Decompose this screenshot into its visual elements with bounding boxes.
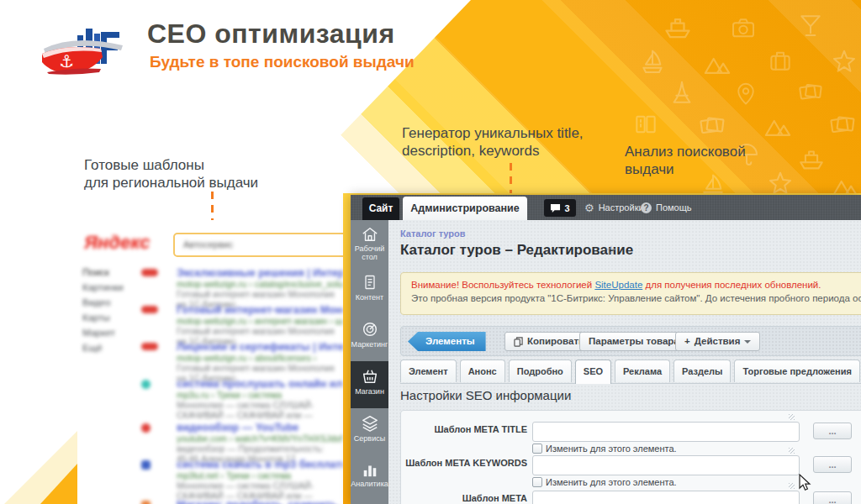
copy-icon bbox=[514, 337, 523, 347]
tab-offers[interactable]: Торговые предложения bbox=[734, 360, 859, 382]
meta-keywords-more-button[interactable]: ... bbox=[813, 456, 852, 473]
checkbox-label: Изменить для этого элемента. bbox=[546, 444, 677, 454]
back-to-elements-button[interactable]: Элементы bbox=[408, 332, 486, 351]
copy-button-label: Копировать bbox=[527, 333, 584, 350]
meta-title-textarea[interactable] bbox=[532, 422, 800, 442]
search-result[interactable]: система прослушать онлайн или скачать… m… bbox=[141, 378, 343, 420]
help-label: Помощь bbox=[656, 202, 692, 213]
yandex-nav-images[interactable]: Картинки bbox=[82, 282, 124, 292]
search-result[interactable]: Лицензии и сертификаты | Интернет-магази… bbox=[141, 341, 343, 383]
annotation-templates-line1: Готовые шаблоны bbox=[84, 156, 258, 174]
warning-line1: Внимание! Воспользуйтесь технологией Sit… bbox=[411, 278, 861, 291]
result-title[interactable]: видеообзор — YouTube bbox=[177, 422, 343, 433]
ship-icon bbox=[663, 12, 693, 42]
checkbox-label: Изменить для этого элемента. bbox=[546, 477, 677, 487]
sidebar-item-analytics[interactable]: Аналитика bbox=[351, 455, 388, 502]
search-result[interactable]: система скачать в mp3 бесплатно на Mp3Tu… bbox=[141, 459, 343, 501]
annotation-generator: Генератор уникальных title, description,… bbox=[402, 124, 584, 160]
bitrix-admin-window: Сайт Администрирование 3 ⚙ Настройки ? П… bbox=[351, 195, 861, 504]
sidebar-item-marketing[interactable]: Маркетинг bbox=[351, 314, 388, 361]
annotation-templates: Готовые шаблоны для региональной выдачи bbox=[84, 156, 258, 192]
meta-title-more-button[interactable]: ... bbox=[813, 423, 852, 439]
annotation-generator-line2: description, keywords bbox=[402, 142, 584, 160]
tab-sections[interactable]: Разделы bbox=[673, 360, 731, 382]
tab-ads[interactable]: Реклама bbox=[615, 360, 670, 382]
result-url: youtube.com › watch?v=KfdVYnTHXSJdsf › bbox=[177, 433, 343, 444]
breadcrumb[interactable]: Каталог туров bbox=[400, 228, 466, 239]
result-title[interactable]: Эксклюзивные решения | Интернет-магазин … bbox=[177, 267, 343, 279]
tab-announce[interactable]: Анонс bbox=[460, 360, 505, 382]
sidebar-item-services[interactable]: Сервисы bbox=[351, 408, 388, 455]
meta-keywords-textarea[interactable] bbox=[532, 455, 800, 475]
yandex-nav-maps[interactable]: Карты bbox=[82, 312, 124, 323]
sailboat-icon bbox=[639, 49, 666, 76]
yandex-nav-more[interactable]: Ещё bbox=[82, 343, 124, 353]
settings-button[interactable]: ⚙ Настройки bbox=[584, 195, 644, 220]
settings-label: Настройки bbox=[599, 202, 644, 213]
result-title[interactable]: система скачать в mp3 бесплатно на Mp3Tu… bbox=[177, 459, 343, 470]
tab-administration[interactable]: Администрирование bbox=[403, 197, 527, 220]
tab-site[interactable]: Сайт bbox=[362, 197, 399, 220]
suitcase-icon bbox=[767, 47, 794, 74]
ad-badge bbox=[141, 269, 158, 276]
plus-icon: + bbox=[684, 333, 690, 350]
tab-seo[interactable]: SEO bbox=[575, 360, 611, 384]
resize-handle-icon[interactable] bbox=[789, 483, 795, 489]
sidebar-item-label: Магазин bbox=[351, 387, 388, 396]
meta-keywords-label: Шаблон META KEYWORDS bbox=[401, 458, 527, 468]
favorite-star-icon[interactable]: ☆ bbox=[605, 243, 616, 258]
site-favicon bbox=[141, 460, 151, 470]
sidebar-item-label: Аналитика bbox=[351, 480, 388, 488]
camel-icon bbox=[763, 113, 792, 141]
yandex-search-input[interactable]: Автосервис bbox=[173, 233, 345, 257]
home-icon bbox=[361, 226, 379, 243]
meta-description-label: Шаблон META DESCRIPTION bbox=[401, 493, 527, 504]
meta-title-override-row: Изменить для этого элемента. bbox=[532, 444, 677, 454]
dolphin-icon bbox=[797, 79, 824, 106]
checkbox[interactable] bbox=[532, 444, 542, 454]
tab-element[interactable]: Элемент bbox=[400, 360, 457, 382]
notification-count: 3 bbox=[564, 203, 569, 213]
meta-description-more-button[interactable]: ... bbox=[813, 491, 852, 504]
help-icon: ? bbox=[641, 202, 652, 213]
search-result[interactable]: видеообзор — YouTube youtube.com › watch… bbox=[141, 422, 343, 464]
target-icon bbox=[361, 320, 379, 339]
result-title[interactable]: Магазин: подобрать, сравнить, скачать и … bbox=[177, 499, 343, 504]
siteupdate-link[interactable]: SiteUpdate bbox=[594, 280, 642, 290]
sidebar-item-label: Сервисы bbox=[351, 434, 388, 443]
sidebar-item-content[interactable]: Контент bbox=[351, 267, 388, 314]
yandex-nav-market[interactable]: Маркет bbox=[82, 328, 124, 338]
warning-line1-suffix: для получения последних обновлений. bbox=[642, 280, 821, 290]
checkbox[interactable] bbox=[532, 477, 542, 487]
resize-handle-icon[interactable] bbox=[789, 448, 795, 454]
result-title[interactable]: Лицензии и сертификаты | Интернет-магази… bbox=[177, 341, 343, 353]
page-subtitle: Будьте в топе поисковой выдачи bbox=[150, 53, 415, 71]
yandex-nav-video[interactable]: Видео bbox=[82, 297, 124, 307]
tab-details[interactable]: Подробно bbox=[509, 360, 572, 382]
result-title[interactable]: Готовый интернет-магазин Монополия на 1С… bbox=[177, 304, 343, 316]
site-favicon bbox=[141, 423, 151, 433]
sidebar-item-desktop[interactable]: Рабочий стол bbox=[351, 220, 388, 267]
annotation-analysis-line2: выдачи bbox=[625, 160, 746, 178]
ship-icon bbox=[797, 144, 826, 173]
yandex-nav-search[interactable]: Поиск bbox=[82, 267, 124, 277]
sidebar-item-shop[interactable]: Магазин bbox=[351, 361, 388, 408]
resize-handle-icon[interactable] bbox=[789, 414, 795, 420]
help-button[interactable]: ? Помощь bbox=[641, 195, 692, 220]
warning-line2: Это пробная версия продукта "1С-Битрикс:… bbox=[411, 291, 861, 305]
ad-badge bbox=[141, 343, 158, 350]
notifications-button[interactable]: 3 bbox=[544, 199, 576, 217]
product-params-label: Параметры товара bbox=[589, 333, 679, 350]
search-result[interactable]: Эксклюзивные решения | Интернет-магазин … bbox=[141, 267, 343, 309]
sidebar-item-label: Рабочий стол bbox=[351, 244, 388, 261]
actions-button[interactable]: + Действия bbox=[675, 332, 760, 351]
sidebar-item-label: Маркетинг bbox=[351, 340, 388, 349]
admin-content: Каталог туров Каталог туров – Редактиров… bbox=[388, 220, 861, 504]
result-title[interactable]: система прослушать онлайн или скачать… bbox=[177, 378, 343, 390]
site-favicon bbox=[141, 501, 151, 504]
search-result[interactable]: Магазин: подобрать, сравнить, скачать и … bbox=[141, 499, 343, 504]
basket-icon bbox=[361, 367, 379, 386]
search-result[interactable]: Готовый интернет-магазин Монополия на 1С… bbox=[141, 304, 343, 346]
meta-description-textarea[interactable] bbox=[532, 491, 800, 504]
result-url: motop-webzign.ru › интернет-магазин › ша… bbox=[177, 316, 343, 326]
